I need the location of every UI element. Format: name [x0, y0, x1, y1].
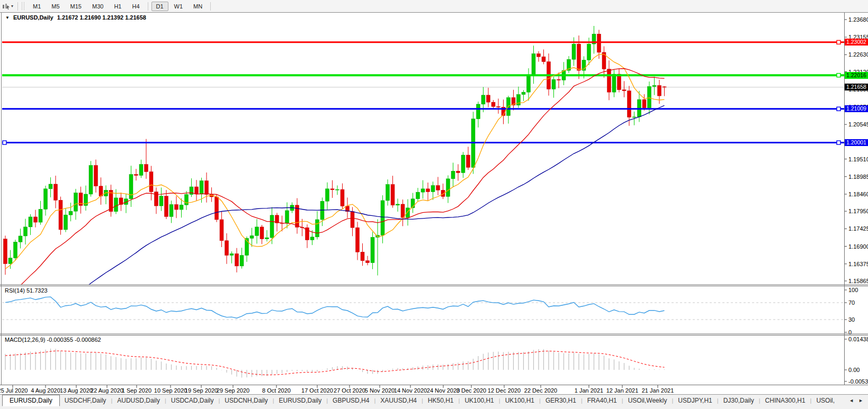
- price-axis-label: 1.17950: [848, 208, 868, 214]
- candle-body: [572, 44, 576, 59]
- timeframe-button-m15[interactable]: M15: [66, 2, 86, 11]
- tab-dj30-daily[interactable]: DJ30,Daily: [719, 395, 759, 406]
- timeframe-button-d1[interactable]: D1: [151, 2, 168, 11]
- candle-body: [461, 155, 465, 173]
- candle-body: [366, 261, 370, 263]
- price-tag-1.22016: 1.22016: [845, 72, 868, 79]
- candle-body: [175, 205, 178, 210]
- candle-body: [361, 252, 364, 260]
- macd-axis-label: 0.014384: [848, 336, 868, 342]
- candle-body: [69, 211, 73, 215]
- price-axis-label: 1.16900: [848, 243, 868, 250]
- candle-body: [49, 184, 52, 189]
- candle-body: [451, 171, 455, 179]
- candle-body: [94, 166, 98, 186]
- tab-usdcad-daily[interactable]: USDCAD,Daily: [166, 395, 219, 406]
- tab-ger30-h1[interactable]: GER30,H1: [541, 395, 581, 406]
- candle-body: [285, 211, 289, 223]
- candle-body: [416, 192, 420, 199]
- price-axis-label: 1.18460: [848, 191, 868, 197]
- candle-body: [89, 166, 93, 194]
- hline-handle-1.20001[interactable]: [3, 141, 6, 144]
- chart-canvas: 1.236801.231551.226301.221201.215951.210…: [0, 0, 868, 394]
- tab-eurusd-daily[interactable]: EURUSD,Daily: [2, 395, 60, 406]
- price-axis-label: 1.18985: [848, 174, 868, 180]
- date-axis-label: 1 Sep 2020: [122, 387, 151, 394]
- candle-body: [149, 172, 153, 192]
- date-axis-label: 3 Dec 2020: [457, 387, 486, 394]
- candle-body: [628, 91, 631, 117]
- tab-usoil-[interactable]: USOil,: [811, 395, 839, 406]
- tab-gbpusd-h4[interactable]: GBPUSD,H4: [328, 395, 374, 406]
- price-axis-label: 1.23680: [848, 16, 868, 23]
- tab-scroll-left-icon[interactable]: ◄: [849, 398, 854, 403]
- toolbar-grip[interactable]: [22, 2, 24, 10]
- candle-body: [527, 76, 531, 92]
- candle-body: [612, 74, 616, 92]
- tab-usdjpy-h1[interactable]: USDJPY,H1: [673, 395, 717, 406]
- candle-body: [381, 201, 384, 235]
- tab-usdchf-daily[interactable]: USDCHF,Daily: [60, 395, 111, 406]
- candle-body: [552, 79, 556, 89]
- dropdown-caret-icon[interactable]: ▾: [11, 4, 13, 8]
- ma-fast-line: [5, 54, 665, 269]
- date-axis-label: 21 Jan 2021: [642, 387, 674, 394]
- timeframe-button-h1[interactable]: H1: [109, 2, 126, 11]
- date-axis-label: 12 Dec 2020: [488, 387, 521, 394]
- price-axis-label: 1.17425: [848, 225, 868, 232]
- candle-body: [316, 220, 319, 237]
- candle-body: [642, 99, 646, 108]
- candle-body: [431, 186, 435, 192]
- tab-usdcnh-daily[interactable]: USDCNH,Daily: [220, 395, 272, 406]
- price-axis-label: 1.16375: [848, 261, 868, 267]
- tab-eurusd-daily[interactable]: EURUSD,Daily: [274, 395, 327, 406]
- candle-body: [446, 179, 450, 197]
- candle-body: [330, 189, 334, 190]
- collapse-triangle-icon[interactable]: ▼: [5, 15, 10, 20]
- candle-body: [341, 189, 344, 206]
- hline-handle-1.21009[interactable]: [837, 107, 840, 111]
- timeframe-button-m5[interactable]: M5: [47, 2, 64, 11]
- toolbar-separator: [17, 2, 18, 11]
- candle-body: [145, 165, 148, 172]
- candle-body: [391, 185, 395, 205]
- candle-body: [44, 189, 48, 210]
- tab-usoil-weekly[interactable]: USOil,Weekly: [623, 395, 672, 406]
- candle-body: [230, 253, 234, 255]
- hline-handle-1.22016[interactable]: [837, 74, 840, 77]
- price-axis-label: 1.20545: [848, 121, 868, 128]
- timeframe-button-m30[interactable]: M30: [87, 2, 108, 11]
- tab-audusd-daily[interactable]: AUDUSD,Daily: [112, 395, 165, 406]
- chart-title: ▼ EURUSD,Daily 1.21672 1.21690 1.21392 1…: [5, 14, 146, 21]
- tab-china300-h1[interactable]: CHINA300,H1: [760, 395, 810, 406]
- chart-symbol-title: EURUSD,Daily: [13, 14, 53, 21]
- tab-fra40-h1[interactable]: FRA40,H1: [583, 395, 622, 406]
- date-axis-label: 25 Jul 2020: [0, 387, 28, 394]
- tab-hk50-h1[interactable]: HK50,H1: [423, 395, 459, 406]
- candle-body: [64, 215, 68, 230]
- candle-body: [159, 196, 163, 206]
- tab-scroll-right-icon[interactable]: ►: [858, 398, 863, 403]
- price-axis-label: 1.15865: [848, 278, 868, 284]
- tab-uk100-h1[interactable]: UK100,H1: [500, 395, 539, 406]
- candle-body: [326, 189, 329, 201]
- timeframe-button-w1[interactable]: W1: [169, 2, 188, 11]
- symbol-tab-bar: EURUSD,DailyUSDCHF,Daily|AUDUSD,Daily|US…: [0, 394, 868, 406]
- tab-xauusd-h4[interactable]: XAUUSD,H4: [375, 395, 422, 406]
- ma-mid-line: [5, 69, 665, 298]
- candle-body: [406, 208, 410, 217]
- candle-body: [371, 237, 374, 262]
- date-axis-label: 17 Oct 2020: [301, 387, 333, 394]
- candle-body: [59, 200, 62, 230]
- hline-handle-1.20001[interactable]: [837, 141, 840, 144]
- timeframe-button-m1[interactable]: M1: [28, 2, 46, 11]
- chart-cursor-icon[interactable]: [1, 2, 11, 11]
- tab-uk100-h1[interactable]: UK100,H1: [460, 395, 498, 406]
- timeframe-button-mn[interactable]: MN: [189, 2, 207, 11]
- rsi-axis-label: 30: [848, 316, 855, 323]
- price-tag-1.20001: 1.20001: [845, 139, 868, 146]
- candle-body: [200, 181, 203, 194]
- candle-body: [532, 53, 535, 76]
- hline-handle-1.23002[interactable]: [837, 40, 840, 44]
- timeframe-button-h4[interactable]: H4: [127, 2, 144, 11]
